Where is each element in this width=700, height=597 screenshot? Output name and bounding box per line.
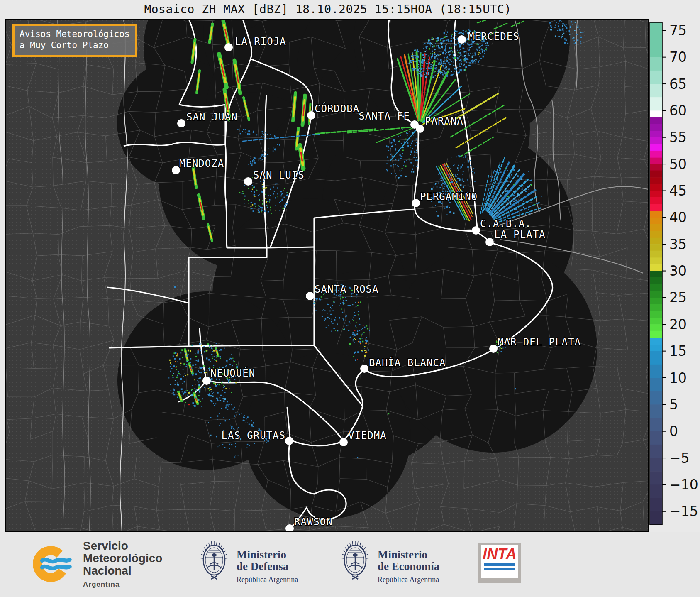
colorbar-segment: [650, 177, 662, 184]
colorbar-tick-label: −10: [669, 477, 698, 493]
colorbar-segment: [650, 22, 662, 57]
colorbar-segment: [650, 171, 662, 178]
colorbar-segment: [650, 117, 662, 124]
colorbar-segment: [650, 191, 662, 197]
colorbar-segment: [650, 238, 662, 245]
colorbar-tick-label: 30: [669, 263, 687, 279]
city-dot: [472, 226, 480, 235]
colorbar-segment: [650, 445, 662, 458]
smn-country-label: Argentina: [83, 578, 162, 591]
city-label: MAR DEL PLATA: [498, 336, 581, 348]
city-label: CÓRDOBA: [315, 102, 359, 115]
colorbar-segment: [650, 418, 662, 432]
city-label: C.A.B.A.: [480, 218, 532, 230]
city-dot: [458, 35, 466, 44]
colorbar-segment: [650, 345, 662, 351]
inta-bar-2: [484, 568, 515, 570]
coat-of-arms-icon: [198, 536, 231, 586]
smn-line-2: Meteorológico: [83, 552, 162, 565]
radar-map: LA RIOJAMERCEDESSAN JUANMENDOZACÓRDOBASA…: [0, 0, 700, 597]
city-dot: [202, 377, 211, 385]
coat-of-arms-icon: [339, 536, 372, 586]
footer-logos: Servicio Meteorológico Nacional Argentin…: [0, 532, 700, 597]
city-label: PARANA: [425, 115, 463, 127]
radar-screenshot: LA RIOJAMERCEDESSAN JUANMENDOZACÓRDOBASA…: [0, 0, 700, 597]
city-dot: [244, 177, 252, 186]
map-layers: LA RIOJAMERCEDESSAN JUANMENDOZACÓRDOBASA…: [0, 0, 679, 583]
city-dot: [360, 365, 368, 373]
colorbar-segment: [650, 124, 662, 131]
colorbar-segment: [650, 197, 662, 204]
inta-logo-inner: INTA: [481, 545, 518, 578]
city-dot: [412, 199, 420, 207]
colorbar-segment: [650, 404, 662, 418]
inta-logo: INTA: [478, 543, 521, 583]
city-label: SAN LUIS: [253, 169, 305, 181]
colorbar-segment: [650, 151, 662, 158]
colorbar-segment: [650, 204, 662, 211]
city-label: MENDOZA: [179, 158, 224, 169]
colorbar-segment: [650, 498, 662, 512]
colorbar-tick-label: 15: [669, 343, 687, 359]
colorbar-segment: [650, 391, 662, 405]
city-dot: [485, 238, 494, 246]
smn-line-3: Nacional: [83, 565, 162, 577]
inta-bar-1: [484, 563, 515, 566]
colorbar-tick-label: 0: [669, 423, 678, 439]
economia-wordmark: Ministerio de Economía República Argenti…: [378, 549, 439, 585]
colorbar-tick-label: 5: [669, 396, 678, 413]
colorbar-segment: [650, 318, 662, 325]
colorbar-segment: [650, 351, 662, 365]
economia-subtitle: República Argentina: [378, 574, 439, 585]
colorbar-segment: [650, 378, 662, 391]
warning-line-2: a Muy Corto Plazo: [20, 40, 130, 51]
city-dot: [306, 292, 314, 300]
city-label: SANTA FE: [359, 110, 410, 122]
colorbar-segment: [650, 264, 662, 271]
warning-banner: Avisos Meteorológicos a Muy Corto Plazo: [12, 24, 137, 57]
colorbar-segment: [650, 131, 662, 137]
smn-wordmark: Servicio Meteorológico Nacional Argentin…: [83, 540, 162, 591]
city-label: NEUQUÉN: [210, 367, 255, 379]
city-label: SAN JUAN: [186, 111, 238, 123]
smn-logo-group: Servicio Meteorológico Nacional Argentin…: [28, 537, 162, 591]
colorbar-tick-label: −5: [669, 450, 690, 466]
colorbar-segment: [650, 365, 662, 378]
defensa-line-1: Ministerio: [237, 549, 298, 560]
economia-line-2: de Economía: [378, 560, 439, 572]
colorbar-tick-label: 50: [669, 156, 687, 172]
city-dot: [416, 125, 424, 133]
colorbar-segment: [650, 84, 662, 98]
smn-logo-icon: [28, 537, 78, 589]
city-label: LAS GRUTAS: [222, 430, 286, 441]
colorbar-tick-label: 20: [669, 316, 687, 333]
warning-line-1: Avisos Meteorológicos: [20, 29, 130, 40]
colorbar-segment: [650, 484, 662, 498]
city-dot: [307, 111, 315, 120]
colorbar-tick-label: 70: [669, 49, 687, 65]
city-dot: [339, 438, 348, 446]
colorbar-segment: [650, 277, 662, 284]
colorbar-segment: [650, 71, 662, 84]
city-label: MERCEDES: [468, 31, 520, 42]
city-dot: [285, 437, 293, 445]
colorbar-segment: [650, 57, 662, 71]
city-dot: [489, 345, 498, 353]
city-label: BAHÍA BLANCA: [369, 357, 446, 369]
colorbar-segment: [650, 251, 662, 258]
colorbar-tick-label: 10: [669, 370, 687, 386]
colorbar-tick-label: −15: [669, 503, 698, 519]
colorbar-tick-label: 35: [669, 236, 687, 252]
colorbar-segment: [650, 218, 662, 224]
city-dot: [224, 43, 233, 51]
colorbar-segment: [650, 458, 662, 472]
page-title: Mosaico ZH MAX [dBZ] 18.10.2025 15:15HOA…: [0, 2, 656, 16]
economia-line-1: Ministerio: [378, 549, 439, 560]
defensa-subtitle: República Argentina: [237, 574, 298, 585]
city-label: LA PLATA: [494, 229, 546, 240]
colorbar-segment: [650, 338, 662, 345]
colorbar-segment: [650, 184, 662, 191]
colorbar-segment: [650, 110, 662, 117]
city-label: RAWSON: [294, 516, 333, 528]
city-label: LA RIOJA: [235, 36, 286, 47]
